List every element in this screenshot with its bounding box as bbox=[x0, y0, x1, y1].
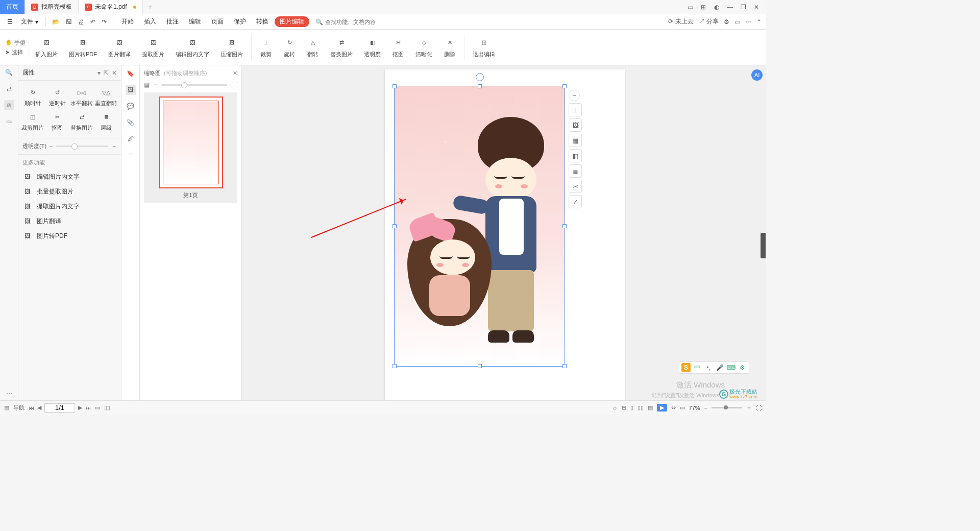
selection-box[interactable] bbox=[394, 86, 565, 367]
flip-h[interactable]: ▷◁水平翻转 bbox=[69, 85, 94, 109]
replace-image[interactable]: ⇄替换图片 bbox=[69, 109, 94, 134]
rb-flip[interactable]: △翻转 bbox=[302, 34, 324, 60]
opacity-plus[interactable]: ＋ bbox=[111, 142, 117, 150]
fit-width-icon[interactable]: ⇔ bbox=[671, 404, 676, 411]
layout-1-icon[interactable]: ▭ bbox=[686, 4, 694, 11]
thumbnail-icon[interactable]: 🖼 bbox=[126, 85, 136, 95]
continuous-icon[interactable]: ▤ bbox=[648, 404, 653, 411]
undo-icon[interactable]: ↶ bbox=[88, 17, 97, 27]
ft-minus[interactable]: − bbox=[569, 90, 580, 101]
menu-start[interactable]: 开始 bbox=[117, 16, 138, 27]
rail-more-icon[interactable]: ⋯ bbox=[6, 390, 12, 397]
ft-crop[interactable]: ⟂ bbox=[569, 103, 582, 116]
print-icon[interactable]: 🖨 bbox=[76, 17, 86, 27]
save-icon[interactable]: 🖫 bbox=[64, 17, 74, 27]
ft-check[interactable]: ✓ bbox=[569, 195, 582, 208]
file-menu[interactable]: 文件 ▾ bbox=[18, 16, 41, 27]
menu-bars-icon[interactable]: ☰ bbox=[4, 17, 16, 27]
next-page-icon[interactable]: ▶ bbox=[78, 404, 82, 411]
maximize-button[interactable]: ❐ bbox=[739, 4, 747, 11]
split-icon[interactable]: ⊟ bbox=[622, 404, 626, 411]
more-icon[interactable]: ⋯ bbox=[745, 18, 751, 26]
page-input[interactable] bbox=[44, 403, 75, 413]
rotate-ccw[interactable]: ↺逆时针 bbox=[45, 85, 69, 109]
menu-image-edit[interactable]: 图片编辑 bbox=[275, 16, 309, 27]
rail-search-icon[interactable]: 🔍 bbox=[4, 67, 14, 78]
ft-opacity[interactable]: ◧ bbox=[569, 149, 582, 162]
layers-icon[interactable]: ≣ bbox=[126, 150, 136, 160]
rb-extract-image[interactable]: 🖼提取图片 bbox=[137, 34, 169, 60]
minimize-button[interactable]: — bbox=[726, 4, 734, 11]
last-page-icon[interactable]: ⏭ bbox=[85, 405, 91, 411]
tab-template[interactable]: D 找稻壳模板 bbox=[25, 0, 79, 14]
thumb-page[interactable] bbox=[159, 96, 223, 188]
more-translate[interactable]: 🖼图片翻译 bbox=[22, 214, 117, 229]
resize-handle-ne[interactable] bbox=[562, 84, 567, 88]
rb-cutout[interactable]: ✂抠图 bbox=[387, 34, 409, 60]
ime-mic-icon[interactable]: 🎤 bbox=[715, 363, 724, 372]
thumb-size-slider[interactable] bbox=[161, 84, 227, 86]
rb-image-to-pdf[interactable]: 🖼图片转PDF bbox=[64, 34, 102, 60]
crop-image[interactable]: ◫裁剪图片 bbox=[20, 109, 45, 134]
resize-handle-e[interactable] bbox=[562, 224, 567, 228]
gear-icon[interactable]: ⚙ bbox=[724, 18, 729, 26]
resize-handle-se[interactable] bbox=[562, 364, 567, 368]
nav-toggle-icon[interactable]: ▤ bbox=[4, 404, 9, 411]
chevron-down-icon[interactable]: ▾ bbox=[97, 69, 101, 77]
brightness-icon[interactable]: ☼ bbox=[612, 405, 617, 411]
search-box[interactable]: 🔍 bbox=[315, 18, 397, 26]
more-extract-text[interactable]: 🖼提取图片内文字 bbox=[22, 199, 117, 214]
fit-page-icon[interactable]: ▭ bbox=[680, 404, 685, 411]
resize-handle-nw[interactable] bbox=[393, 84, 397, 88]
single-page-icon[interactable]: ▯ bbox=[630, 404, 633, 411]
ft-image[interactable]: 🖼 bbox=[569, 118, 582, 132]
signature-icon[interactable]: 🖉 bbox=[126, 134, 136, 144]
play-icon[interactable]: ▶ bbox=[657, 404, 667, 412]
hand-mode[interactable]: ✋手型 bbox=[5, 39, 26, 46]
two-page-icon[interactable]: ▯▯ bbox=[638, 404, 644, 411]
rb-compress-image[interactable]: 🖼压缩图片 bbox=[215, 34, 248, 60]
flip-v[interactable]: ▽△垂直翻转 bbox=[94, 85, 118, 109]
search-input[interactable] bbox=[325, 19, 397, 25]
rotate-cw[interactable]: ↻顺时针 bbox=[20, 85, 45, 109]
menu-page[interactable]: 页面 bbox=[207, 16, 228, 27]
view-mode-1-icon[interactable]: ▭ bbox=[95, 404, 100, 411]
ime-bar[interactable]: S 中 •, 🎤 ⌨ ⚙ bbox=[679, 361, 749, 374]
close-thumbs-icon[interactable]: ✕ bbox=[233, 70, 237, 77]
close-panel-icon[interactable]: ✕ bbox=[112, 69, 117, 77]
ime-lang[interactable]: 中 bbox=[693, 363, 702, 372]
cutout-image[interactable]: ✂抠图 bbox=[45, 109, 69, 134]
pin-icon[interactable]: ⇱ bbox=[104, 69, 109, 77]
opacity-slider[interactable] bbox=[56, 146, 108, 147]
zoom-in-icon[interactable]: ＋ bbox=[746, 404, 752, 412]
canvas[interactable]: − ⟂ 🖼 ▦ ◧ ≣ ✂ ✓ AI bbox=[242, 65, 766, 400]
ft-grid[interactable]: ▦ bbox=[569, 134, 582, 147]
menu-edit[interactable]: 编辑 bbox=[185, 16, 205, 27]
rail-tool-icon[interactable]: ⎚ bbox=[4, 100, 14, 110]
rb-rotate[interactable]: ↻旋转 bbox=[278, 34, 301, 60]
first-page-icon[interactable]: ⏮ bbox=[29, 405, 34, 411]
view-mode-2-icon[interactable]: ▯▯ bbox=[104, 404, 110, 411]
rail-convert-icon[interactable]: ⇄ bbox=[4, 84, 14, 94]
open-icon[interactable]: 📂 bbox=[50, 17, 62, 27]
thumb-minus-icon[interactable]: − bbox=[154, 81, 157, 88]
attachment-icon[interactable]: 📎 bbox=[126, 117, 136, 128]
rb-image-translate[interactable]: 🖼图片翻译 bbox=[103, 34, 136, 60]
rb-delete[interactable]: ✕删除 bbox=[438, 34, 461, 60]
rb-exit-edit[interactable]: ⍈退出编辑 bbox=[468, 34, 500, 60]
prev-page-icon[interactable]: ◀ bbox=[37, 404, 41, 411]
select-mode[interactable]: ➤选择 bbox=[5, 49, 26, 56]
opacity-minus[interactable]: − bbox=[50, 143, 53, 150]
rb-insert-image[interactable]: 🖼插入图片 bbox=[30, 34, 63, 60]
more-edit-text[interactable]: 🖼编辑图片内文字 bbox=[22, 170, 117, 184]
selected-image[interactable] bbox=[395, 86, 565, 366]
resize-handle-n[interactable] bbox=[478, 84, 482, 88]
rb-edit-image-text[interactable]: 🖼编辑图内文字 bbox=[170, 34, 214, 60]
rb-crop[interactable]: ⟂裁剪 bbox=[255, 34, 277, 60]
rb-sharpen[interactable]: ◇清晰化 bbox=[410, 34, 437, 60]
message-icon[interactable]: ▭ bbox=[734, 18, 740, 26]
rail-book-icon[interactable]: ▭ bbox=[4, 116, 14, 127]
assistant-badge[interactable]: AI bbox=[751, 69, 763, 81]
ime-punct-icon[interactable]: •, bbox=[704, 363, 713, 372]
redo-icon[interactable]: ↷ bbox=[100, 17, 109, 27]
